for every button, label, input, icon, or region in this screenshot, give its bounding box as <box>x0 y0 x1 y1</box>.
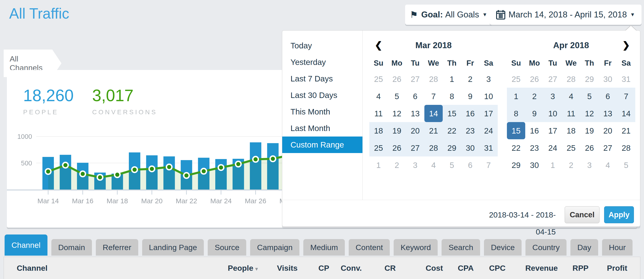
tab-landing-page[interactable]: Landing Page <box>142 239 204 255</box>
conversions-point[interactable] <box>115 172 120 177</box>
calendar-day[interactable]: 27 <box>406 71 424 88</box>
tab-referrer[interactable]: Referrer <box>96 239 138 255</box>
column-header-people[interactable]: People▾ <box>209 264 258 272</box>
calendar-day[interactable]: 22 <box>443 122 461 139</box>
calendar-day[interactable]: 4 <box>369 88 388 105</box>
calendar-day[interactable]: 28 <box>562 71 580 88</box>
tab-medium[interactable]: Medium <box>303 239 345 255</box>
calendar-day[interactable]: 14 <box>617 105 635 122</box>
calendar-day[interactable]: 25 <box>369 71 388 88</box>
calendar-day[interactable]: 1 <box>544 156 562 174</box>
tab-day[interactable]: Day <box>570 239 598 255</box>
conversions-point[interactable] <box>218 165 224 170</box>
calendar-day[interactable]: 29 <box>580 71 598 88</box>
calendar-day[interactable]: 2 <box>525 88 544 105</box>
calendar-day[interactable]: 10 <box>544 105 562 122</box>
preset-last-7-days[interactable]: Last 7 Days <box>282 71 362 87</box>
calendar-day[interactable]: 10 <box>480 88 498 105</box>
calendar-day[interactable]: 25 <box>507 71 525 88</box>
calendar-day[interactable]: 28 <box>617 139 635 156</box>
tab-device[interactable]: Device <box>484 239 522 255</box>
calendar-day[interactable]: 19 <box>388 122 406 139</box>
calendar-day[interactable]: 7 <box>424 88 443 105</box>
calendar-day[interactable]: 26 <box>388 71 406 88</box>
calendar-day[interactable]: 29 <box>507 156 525 174</box>
calendar-prev-icon[interactable]: ❮ <box>372 37 386 54</box>
calendar-day[interactable]: 20 <box>406 122 424 139</box>
tab-country[interactable]: Country <box>526 239 566 255</box>
preset-last-30-days[interactable]: Last 30 Days <box>282 87 362 104</box>
calendar-day[interactable]: 12 <box>388 105 406 122</box>
calendar-day[interactable]: 5 <box>580 88 598 105</box>
calendar-day[interactable]: 7 <box>617 88 635 105</box>
preset-today[interactable]: Today <box>282 37 362 54</box>
calendar-day[interactable]: 17 <box>480 105 498 122</box>
conversions-point[interactable] <box>270 156 276 162</box>
calendar-day[interactable]: 16 <box>461 105 480 122</box>
calendar-day[interactable]: 2 <box>388 156 406 174</box>
column-header-rpp[interactable]: RPP <box>558 264 588 272</box>
calendar-day[interactable]: 11 <box>369 105 388 122</box>
calendar-day[interactable]: 13 <box>598 105 617 122</box>
tab-hour[interactable]: Hour <box>602 239 633 255</box>
calendar-day[interactable]: 21 <box>617 122 635 139</box>
calendar-day[interactable]: 18 <box>562 122 580 139</box>
calendar-day[interactable]: 15 <box>507 122 525 139</box>
calendar-day[interactable]: 28 <box>424 71 443 88</box>
calendar-day[interactable]: 31 <box>617 71 635 88</box>
calendar-day[interactable]: 1 <box>443 71 461 88</box>
calendar-day[interactable]: 18 <box>369 122 388 139</box>
calendar-day[interactable]: 3 <box>580 156 598 174</box>
calendar-day[interactable]: 8 <box>507 105 525 122</box>
calendar-day[interactable]: 19 <box>580 122 598 139</box>
calendar-day[interactable]: 27 <box>598 139 617 156</box>
tab-channel[interactable]: Channel <box>4 234 48 255</box>
calendar-day[interactable]: 12 <box>580 105 598 122</box>
calendar-day[interactable]: 6 <box>598 88 617 105</box>
date-range-button[interactable]: March 14, 2018 - April 15, 2018 ▼ <box>490 5 642 25</box>
column-header-cpc[interactable]: CPC <box>474 264 506 272</box>
calendar-day[interactable]: 27 <box>544 71 562 88</box>
calendar-day[interactable]: 1 <box>369 156 388 174</box>
calendar-day[interactable]: 30 <box>461 139 480 156</box>
calendar-day[interactable]: 4 <box>562 88 580 105</box>
calendar-day[interactable]: 25 <box>369 139 388 156</box>
calendar-next-icon[interactable]: ❯ <box>619 37 633 54</box>
calendar-day[interactable]: 23 <box>461 122 480 139</box>
calendar-day[interactable]: 15 <box>443 105 461 122</box>
calendar-day[interactable]: 4 <box>424 156 443 174</box>
preset-this-month[interactable]: This Month <box>282 104 362 120</box>
calendar-day[interactable]: 5 <box>617 156 635 174</box>
preset-custom-range[interactable]: Custom Range <box>282 137 362 153</box>
preset-last-month[interactable]: Last Month <box>282 120 362 137</box>
conversions-point[interactable] <box>80 171 86 177</box>
calendar-day[interactable]: 6 <box>406 88 424 105</box>
goal-selector-button[interactable]: ⚑ Goal: All Goals ▼ <box>405 5 492 25</box>
cancel-button[interactable]: Cancel <box>565 206 600 223</box>
tab-search[interactable]: Search <box>442 239 480 255</box>
tab-content[interactable]: Content <box>349 239 390 255</box>
calendar-day[interactable]: 14 <box>424 105 443 122</box>
calendar-day[interactable]: 2 <box>461 71 480 88</box>
tab-domain[interactable]: Domain <box>51 239 92 255</box>
calendar-day[interactable]: 25 <box>562 139 580 156</box>
calendar-day[interactable]: 3 <box>406 156 424 174</box>
calendar-day[interactable]: 5 <box>443 156 461 174</box>
tab-campaign[interactable]: Campaign <box>250 239 300 255</box>
conversions-point[interactable] <box>149 166 154 172</box>
calendar-day[interactable]: 26 <box>388 139 406 156</box>
calendar-day[interactable]: 24 <box>544 139 562 156</box>
column-header-profit[interactable]: Profit <box>588 264 640 272</box>
column-header-cost[interactable]: Cost <box>396 264 443 272</box>
calendar-day[interactable]: 2 <box>562 156 580 174</box>
conversions-point[interactable] <box>46 169 51 174</box>
column-header-channel[interactable]: Channel <box>4 264 209 272</box>
calendar-day[interactable]: 4 <box>598 156 617 174</box>
conversions-point[interactable] <box>201 168 206 174</box>
calendar-day[interactable]: 27 <box>406 139 424 156</box>
column-header-cpa[interactable]: CPA <box>443 264 474 272</box>
calendar-day[interactable]: 17 <box>544 122 562 139</box>
calendar-day[interactable]: 3 <box>480 71 498 88</box>
conversions-point[interactable] <box>62 162 68 168</box>
conversions-point[interactable] <box>97 175 103 180</box>
